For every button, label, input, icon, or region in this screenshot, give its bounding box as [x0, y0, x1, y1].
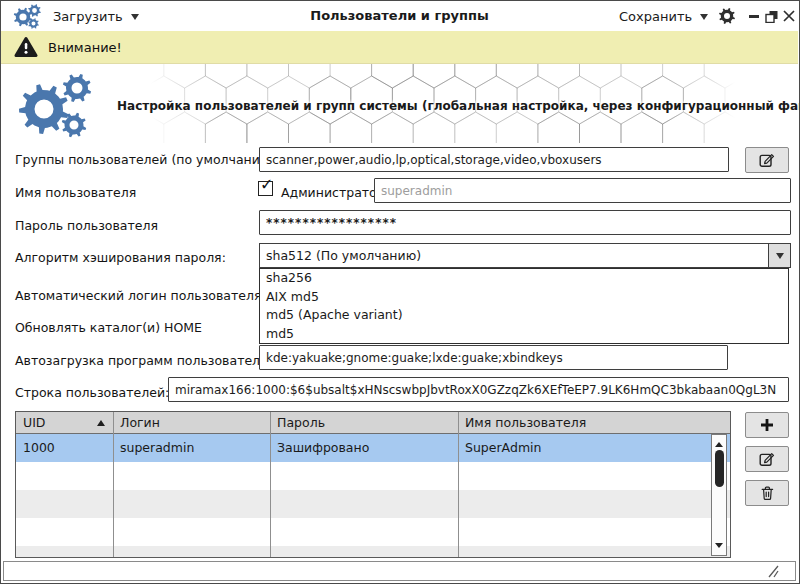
table-scrollbar[interactable]	[711, 434, 727, 556]
status-bar	[3, 561, 796, 581]
minimize-icon	[749, 15, 759, 18]
username-label: Имя пользователя	[15, 185, 136, 200]
delete-user-button[interactable]	[745, 480, 789, 506]
sort-asc-icon	[97, 416, 105, 426]
cell-password: Зашифровано	[270, 434, 458, 462]
table-header-uid[interactable]: UID	[16, 412, 113, 433]
column-divider	[458, 412, 459, 557]
table-empty-row	[16, 518, 730, 546]
dropdown-option[interactable]: md5 (Apache variant)	[260, 306, 788, 325]
dropdown-option[interactable]: AIX md5	[260, 288, 788, 307]
cell-login: superadmin	[113, 434, 270, 462]
scroll-up-button[interactable]	[715, 438, 723, 447]
groups-label: Группы пользователей (по умолчанию)	[15, 152, 275, 167]
logo-gears-icon	[11, 73, 103, 139]
resize-grip-icon[interactable]	[766, 565, 779, 578]
groups-input[interactable]	[259, 147, 729, 172]
maximize-button[interactable]	[764, 9, 778, 23]
hash-algorithm-select[interactable]: sha512 (По умолчанию)	[259, 243, 791, 268]
edit-icon	[759, 451, 776, 467]
table-empty-row	[16, 462, 730, 490]
chevron-down-icon	[700, 14, 708, 24]
plus-icon	[760, 418, 774, 432]
chevron-down-icon	[776, 253, 784, 263]
scroll-thumb[interactable]	[715, 450, 724, 487]
column-divider	[113, 412, 114, 557]
title-bar: Загрузить Пользователи и группы Сохранит…	[1, 1, 798, 32]
update-home-label: Обновлять каталог(и) HOME	[15, 320, 202, 335]
close-icon	[783, 10, 795, 22]
table-row[interactable]: 1000 superadmin Зашифровано SuperAdmin	[16, 434, 730, 462]
table-empty-row	[16, 490, 730, 518]
username-input[interactable]	[374, 178, 791, 203]
warning-banner: Внимание!	[1, 31, 798, 64]
page-heading: Настройка пользователей и групп системы …	[117, 99, 800, 113]
cell-name: SuperAdmin	[458, 434, 730, 462]
hash-algorithm-value: sha512 (По умолчанию)	[260, 244, 768, 267]
restore-icon	[765, 10, 778, 23]
edit-icon	[759, 152, 776, 168]
warning-text: Внимание!	[48, 40, 122, 55]
admin-checkbox[interactable]	[258, 181, 273, 196]
user-string-input[interactable]	[168, 377, 789, 402]
minimize-button[interactable]	[747, 9, 761, 23]
password-input[interactable]	[259, 210, 791, 235]
table-header: UID Логин Пароль Имя пользователя	[16, 412, 730, 434]
trash-icon	[760, 485, 775, 501]
table-header-login[interactable]: Логин	[113, 412, 270, 433]
edit-user-button[interactable]	[745, 446, 789, 472]
autostart-input[interactable]	[259, 345, 728, 370]
column-divider	[270, 412, 271, 557]
autologin-label: Автоматический логин пользователя	[15, 288, 262, 303]
scroll-down-button[interactable]	[715, 543, 723, 552]
combobox-arrow-button[interactable]	[768, 244, 790, 267]
hash-algorithm-label: Алгоритм хэширования пароля:	[15, 250, 226, 265]
dropdown-option[interactable]: md5	[260, 325, 788, 344]
user-string-label: Строка пользователей:	[15, 385, 169, 400]
close-button[interactable]	[782, 9, 796, 23]
add-user-button[interactable]	[745, 412, 789, 438]
password-label: Пароль пользователя	[15, 218, 158, 233]
table-empty-row	[16, 546, 730, 557]
hash-algorithm-dropdown: sha256 AIX md5 md5 (Apache variant) md5	[259, 268, 789, 344]
autostart-label: Автозагрузка программ пользователей	[15, 353, 276, 368]
cell-uid: 1000	[16, 434, 113, 462]
app-window: Загрузить Пользователи и группы Сохранит…	[0, 0, 800, 584]
users-table: UID Логин Пароль Имя пользователя 1000 s…	[15, 411, 731, 558]
save-menu-label: Сохранить	[619, 9, 692, 24]
settings-gear-icon[interactable]	[718, 7, 736, 25]
dropdown-option[interactable]: sha256	[260, 269, 788, 288]
table-header-password[interactable]: Пароль	[270, 412, 458, 433]
admin-checkbox-label: Администратор	[281, 185, 385, 200]
warning-icon	[14, 36, 38, 58]
edit-groups-button[interactable]	[745, 147, 789, 173]
save-menu-button[interactable]: Сохранить	[619, 1, 708, 31]
table-header-name[interactable]: Имя пользователя	[458, 412, 730, 433]
